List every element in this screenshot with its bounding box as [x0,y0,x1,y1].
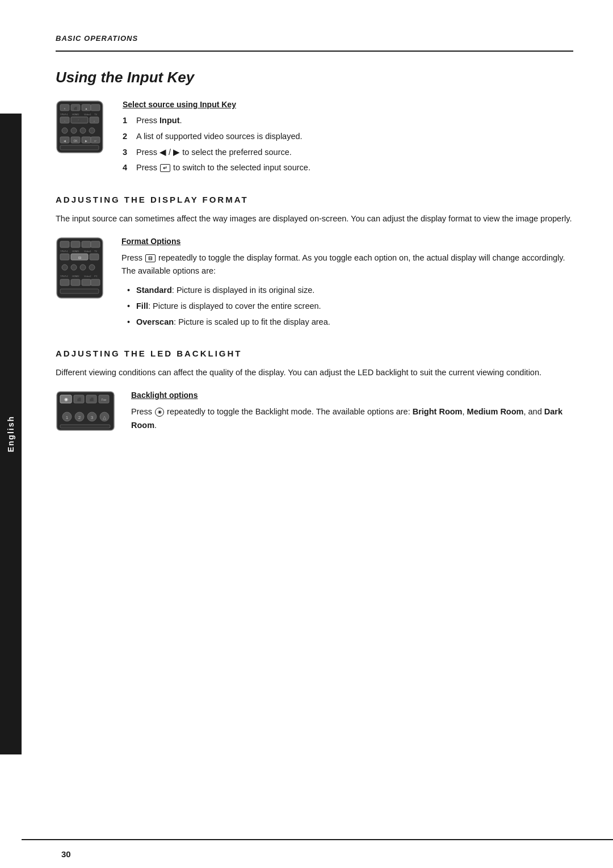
format-bullets: Standard: Picture is displayed in its or… [127,284,573,329]
svg-text:HDMI1: HDMI1 [72,250,79,253]
svg-rect-35 [91,241,100,248]
remote-image-input: + ⬛ ▲ YPbPr1 HDMI1 Video1 TV - ⬛ ↓ [56,100,106,178]
svg-text:△: △ [103,415,107,420]
enter-icon: ↵ [160,164,170,172]
svg-text:YPbPr2: YPbPr2 [60,275,69,278]
format-options-text: Format Options Press ⊟ repeatedly to tog… [121,237,573,332]
step-4: 4 Press ↵ to switch to the selected inpu… [123,162,573,174]
backlight-options-text: Backlight options Press ◉ repeatedly to … [131,391,573,437]
svg-text:⬛: ⬛ [78,119,82,123]
svg-rect-53 [71,279,80,286]
svg-text:1: 1 [66,415,69,420]
svg-text:2: 2 [78,415,81,420]
svg-rect-74 [60,425,110,428]
svg-text:Video1: Video1 [84,113,91,116]
svg-text:⬛: ⬛ [74,107,78,111]
svg-point-19 [71,128,77,133]
svg-point-46 [80,265,86,270]
svg-rect-55 [91,279,100,286]
section-title: Using the Input Key [56,69,573,86]
svg-text:TV: TV [94,113,97,116]
bullet-fill: Fill: Picture is displayed to cover the … [127,300,573,313]
svg-text:+: + [64,107,66,110]
svg-text:OK: OK [73,139,78,142]
svg-text:PC: PC [94,275,98,278]
svg-text:⬛: ⬛ [77,397,82,402]
backlight-options-body: Press ◉ repeatedly to toggle the Backlig… [131,405,573,431]
format-icon: ⊟ [145,254,156,262]
svg-text:◀: ◀ [64,139,66,142]
backlight-icon: ◉ [155,408,164,417]
page-container: English BASIC OPERATIONS Using the Input… [0,0,613,868]
svg-text:YPbPr1: YPbPr1 [60,113,69,116]
svg-rect-32 [60,241,69,248]
svg-rect-40 [60,254,69,260]
backlight-options-title: Backlight options [131,391,573,400]
input-key-instructions: Select source using Input Key 1 Press In… [123,100,573,178]
sidebar-language-tab: English [0,114,22,754]
svg-text:3: 3 [91,415,94,420]
bullet-standard: Standard: Picture is displayed in its or… [127,284,573,297]
svg-text:▲: ▲ [85,107,88,110]
svg-text:↵: ↵ [94,139,96,142]
input-key-subtitle: Select source using Input Key [123,100,573,109]
svg-text:TV: TV [94,250,97,253]
step-2: 2 A list of supported video sources is d… [123,131,573,143]
remote-image-format: YPbPr1 HDMI1 Video1 TV ⊟ YPbPr2 [56,237,106,332]
svg-rect-33 [71,241,80,248]
format-section-body: The input source can sometimes affect th… [56,212,573,225]
svg-text:Fav: Fav [102,398,107,401]
svg-text:↓: ↓ [94,119,95,123]
svg-text:◉: ◉ [64,397,68,402]
input-key-steps: 1 Press Input. 2 A list of supported vid… [123,115,573,174]
backlight-section-heading: ADJUSTING THE LED BACKLIGHT [56,349,573,358]
step-3: 3 Press ◀ / ▶ to select the preferred so… [123,146,573,159]
svg-rect-56 [60,289,99,293]
svg-point-45 [71,265,77,270]
bullet-overscan: Overscan: Picture is scaled up to fit th… [127,316,573,329]
language-label: English [6,416,15,452]
svg-point-21 [89,128,95,133]
step-1: 1 Press Input. [123,115,573,127]
svg-point-47 [89,265,95,270]
svg-text:HDMI2: HDMI2 [72,275,79,278]
svg-text:Video1: Video1 [84,250,91,253]
svg-rect-54 [82,279,91,286]
format-options-block: YPbPr1 HDMI1 Video1 TV ⊟ YPbPr2 [56,237,573,332]
svg-rect-42 [90,254,99,260]
svg-text:▶: ▶ [85,139,87,142]
backlight-section-body: Different viewing conditions can affect … [56,366,573,379]
format-options-title: Format Options [121,237,573,246]
svg-text:⬛: ⬛ [90,397,94,402]
svg-point-18 [62,128,68,133]
svg-rect-34 [82,241,91,248]
svg-text:YPbPr1: YPbPr1 [60,250,69,253]
remote-image-backlight: ◉ ⬛ ⬛ Fav 1 2 3 △ [56,391,115,437]
page-footer: 30 [22,839,613,868]
page-number: 30 [61,849,71,859]
svg-text:HDMI1: HDMI1 [72,113,79,116]
svg-rect-30 [60,145,99,150]
svg-text:⊟: ⊟ [78,256,81,259]
main-content: BASIC OPERATIONS Using the Input Key + ⬛… [22,0,613,481]
svg-rect-52 [60,279,69,286]
input-key-content: + ⬛ ▲ YPbPr1 HDMI1 Video1 TV - ⬛ ↓ [56,100,573,178]
svg-point-44 [62,265,68,270]
svg-point-20 [80,128,86,133]
backlight-options-block: ◉ ⬛ ⬛ Fav 1 2 3 △ Bac [56,391,573,437]
svg-rect-4 [91,104,100,111]
format-section-heading: ADJUSTING THE DISPLAY FORMAT [56,195,573,204]
svg-text:Video2: Video2 [84,275,91,278]
header-section: BASIC OPERATIONS [56,34,573,52]
chapter-label: BASIC OPERATIONS [56,34,573,43]
format-options-intro: Press ⊟ repeatedly to toggle the display… [121,251,573,278]
